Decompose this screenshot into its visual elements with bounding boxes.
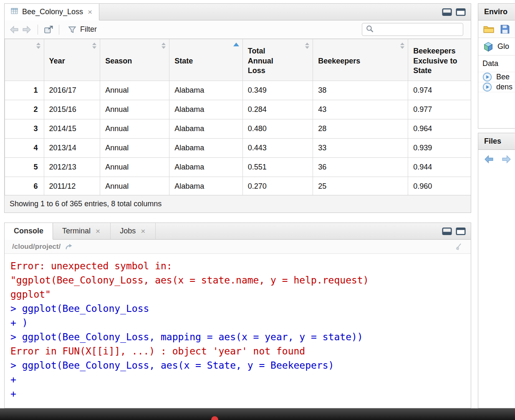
table-cell[interactable]: Annual bbox=[100, 139, 169, 158]
back-arrow-icon[interactable] bbox=[9, 25, 20, 34]
row-number: 4 bbox=[5, 139, 44, 158]
close-icon[interactable]: × bbox=[140, 227, 146, 235]
table-cell[interactable]: 36 bbox=[313, 158, 408, 177]
tab-label: Bee_Colony_Loss bbox=[22, 8, 83, 16]
tab-environment[interactable]: Enviro bbox=[478, 4, 507, 20]
column-header-year[interactable]: Year bbox=[44, 39, 100, 81]
open-new-window-icon[interactable] bbox=[43, 25, 53, 34]
column-header-beekeepers-exclusive-to-state[interactable]: Beekeepers Exclusive to State bbox=[408, 39, 471, 81]
save-workspace-icon[interactable] bbox=[500, 25, 510, 34]
table-cell[interactable]: 0.443 bbox=[242, 139, 313, 158]
sort-ascending-icon[interactable] bbox=[233, 43, 239, 46]
table-cell[interactable]: 0.480 bbox=[242, 119, 313, 139]
column-header-state[interactable]: State bbox=[169, 39, 242, 81]
data-frame-table: YearSeasonStateTotal Annual LossBeekeepe… bbox=[5, 39, 471, 195]
expand-play-icon[interactable] bbox=[482, 82, 492, 92]
data-table: YearSeasonStateTotal Annual LossBeekeepe… bbox=[5, 39, 471, 195]
close-icon[interactable]: × bbox=[87, 8, 93, 16]
environment-toolbar bbox=[478, 20, 515, 38]
table-cell[interactable]: 33 bbox=[313, 139, 408, 158]
back-arrow-icon[interactable] bbox=[483, 155, 495, 164]
table-cell[interactable]: 0.270 bbox=[242, 177, 313, 195]
minimize-pane-icon[interactable] bbox=[442, 8, 452, 16]
table-cell[interactable]: 0.964 bbox=[408, 119, 471, 139]
environment-data-section-label: Data bbox=[478, 56, 515, 72]
table-cell[interactable]: Annual bbox=[100, 177, 169, 195]
sort-icon[interactable] bbox=[92, 43, 96, 49]
console-line: > ggplot(Bee_Colony_Loss, aes(x = State,… bbox=[10, 358, 465, 372]
load-workspace-folder-icon[interactable] bbox=[483, 25, 494, 34]
table-cell[interactable]: Alabama bbox=[169, 177, 242, 195]
working-directory[interactable]: /cloud/project/ bbox=[12, 243, 61, 251]
table-cell[interactable]: 2015/16 bbox=[44, 100, 100, 119]
table-cell[interactable]: 2011/12 bbox=[44, 177, 100, 195]
row-number-header[interactable] bbox=[5, 39, 44, 81]
goto-directory-icon[interactable] bbox=[65, 243, 74, 250]
table-cell[interactable]: 2013/14 bbox=[44, 139, 100, 158]
maximize-pane-icon[interactable] bbox=[456, 8, 466, 16]
close-icon[interactable]: × bbox=[95, 227, 101, 235]
sort-icon[interactable] bbox=[36, 43, 40, 49]
toolbar-separator bbox=[59, 25, 59, 35]
table-cell[interactable]: 0.944 bbox=[408, 158, 471, 177]
sort-icon[interactable] bbox=[400, 43, 404, 49]
tab-console[interactable]: Console bbox=[5, 223, 53, 240]
table-cell[interactable]: 28 bbox=[313, 119, 408, 139]
dock-app-icon bbox=[211, 416, 218, 420]
column-header-beekeepers[interactable]: Beekeepers bbox=[313, 39, 408, 81]
table-cell[interactable]: Alabama bbox=[169, 139, 242, 158]
table-cell[interactable]: 2012/13 bbox=[44, 158, 100, 177]
forward-arrow-icon[interactable] bbox=[21, 25, 32, 34]
tab-terminal[interactable]: Terminal× bbox=[53, 223, 111, 239]
table-cell[interactable]: Alabama bbox=[169, 119, 242, 139]
tab-jobs[interactable]: Jobs× bbox=[111, 223, 156, 239]
minimize-pane-icon[interactable] bbox=[442, 228, 452, 235]
table-cell[interactable]: Alabama bbox=[169, 81, 242, 100]
table-cell[interactable]: 2016/17 bbox=[44, 81, 100, 100]
expand-play-icon[interactable] bbox=[482, 72, 492, 82]
table-cell[interactable]: 0.551 bbox=[242, 158, 313, 177]
maximize-pane-icon[interactable] bbox=[456, 228, 466, 235]
console-toolbar: /cloud/project/ bbox=[5, 240, 471, 254]
table-cell[interactable]: 0.974 bbox=[408, 81, 471, 100]
sort-icon[interactable] bbox=[162, 43, 166, 49]
console-tabs: ConsoleTerminal×Jobs× bbox=[5, 223, 156, 239]
table-cell[interactable]: Alabama bbox=[169, 100, 242, 119]
tab-label: Terminal bbox=[62, 227, 91, 235]
table-cell[interactable]: 43 bbox=[313, 100, 408, 119]
filter-button[interactable]: Filter bbox=[65, 23, 100, 35]
table-cell[interactable]: 38 bbox=[313, 81, 408, 100]
environment-scope-selector[interactable]: Glo bbox=[478, 38, 515, 56]
column-header-season[interactable]: Season bbox=[100, 39, 169, 81]
column-header-total-annual-loss[interactable]: Total Annual Loss bbox=[242, 39, 313, 81]
table-cell[interactable]: 0.284 bbox=[242, 100, 313, 119]
sort-icon[interactable] bbox=[305, 43, 309, 49]
tab-bee-colony-loss[interactable]: Bee_Colony_Loss × bbox=[5, 4, 99, 20]
table-cell[interactable]: 25 bbox=[313, 177, 408, 195]
tab-files[interactable]: Files bbox=[478, 133, 501, 149]
table-cell[interactable]: Annual bbox=[100, 100, 169, 119]
clear-console-icon[interactable] bbox=[454, 243, 463, 250]
table-cell[interactable]: Annual bbox=[100, 158, 169, 177]
table-cell[interactable]: 0.977 bbox=[408, 100, 471, 119]
table-cell[interactable]: Annual bbox=[100, 81, 169, 100]
tab-label: Jobs bbox=[120, 227, 136, 235]
table-cell[interactable]: Annual bbox=[100, 119, 169, 139]
search-input[interactable] bbox=[376, 25, 459, 34]
environment-item[interactable]: Bee bbox=[478, 72, 515, 82]
table-cell[interactable]: 0.960 bbox=[408, 177, 471, 195]
environment-item[interactable]: dens bbox=[478, 82, 515, 92]
row-number: 2 bbox=[5, 100, 44, 119]
table-cell[interactable]: 2014/15 bbox=[44, 119, 100, 139]
search-box[interactable] bbox=[362, 23, 463, 36]
row-number: 5 bbox=[5, 158, 44, 177]
environment-scope-label: Glo bbox=[497, 42, 509, 51]
console-line: > ggplot(Bee_Colony_Loss, mapping = aes(… bbox=[10, 330, 465, 344]
column-label: Year bbox=[49, 57, 65, 65]
table-cell[interactable]: 0.939 bbox=[408, 139, 471, 158]
table-cell[interactable]: Alabama bbox=[169, 158, 242, 177]
environment-item-label: dens bbox=[496, 83, 512, 91]
forward-arrow-icon[interactable] bbox=[501, 155, 512, 164]
console-output[interactable]: Error: unexpected symbol in:"ggplot(Bee_… bbox=[5, 254, 471, 408]
table-cell[interactable]: 0.349 bbox=[242, 81, 313, 100]
